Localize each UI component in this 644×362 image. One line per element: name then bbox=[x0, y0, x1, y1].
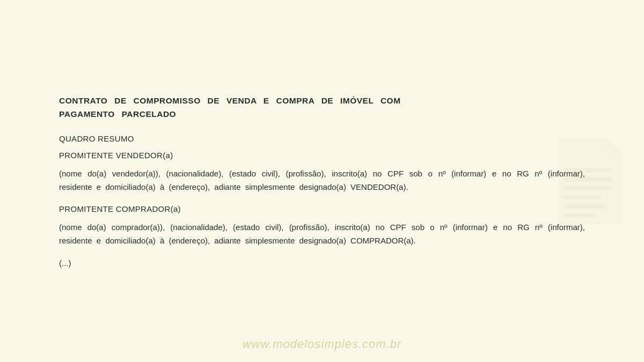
section-vendedor-heading: PROMITENTE VENDEDOR(a) bbox=[59, 151, 585, 160]
section-comprador-heading: PROMITENTE COMPRADOR(a) bbox=[59, 204, 585, 213]
website-watermark: www.modelosimples.com.br bbox=[243, 337, 402, 351]
comprador-body-text: (nome do(a) comprador(a)), (nacionalidad… bbox=[59, 221, 585, 248]
ellipsis-text: (...) bbox=[59, 258, 585, 268]
title-line1: CONTRATO DE COMPROMISSO DE VENDA E COMPR… bbox=[59, 96, 401, 105]
page-container: CONTRATO DE COMPROMISSO DE VENDA E COMPR… bbox=[0, 0, 644, 362]
title-line2: PAGAMENTO PARCELADO bbox=[59, 109, 176, 119]
content-area: CONTRATO DE COMPROMISSO DE VENDA E COMPR… bbox=[27, 73, 617, 289]
vendedor-body-text: (nome do(a) vendedor(a)), (nacionalidade… bbox=[59, 167, 585, 194]
document-title: CONTRATO DE COMPROMISSO DE VENDA E COMPR… bbox=[59, 94, 585, 121]
section-quadro-resumo: QUADRO RESUMO bbox=[59, 134, 585, 143]
